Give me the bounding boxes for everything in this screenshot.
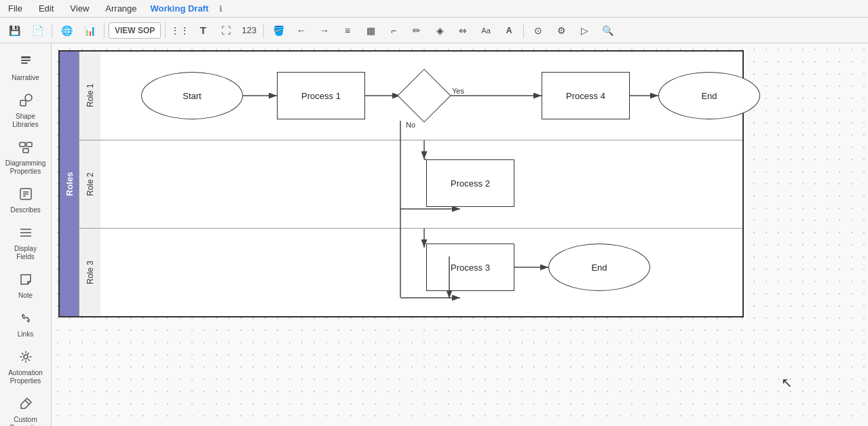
end1-shape[interactable]: End [658,72,760,119]
toolbar-doc-btn[interactable]: 📄 [27,21,48,40]
diagramming-properties-label: Diagramming Properties [5,159,47,176]
menu-file[interactable]: File [5,2,25,15]
end3-shape[interactable]: End [548,244,650,291]
svg-rect-0 [21,56,31,58]
toolbar-corner-btn[interactable]: ⌐ [383,21,404,40]
toolbar-table-btn[interactable]: ▦ [360,21,381,40]
svg-rect-7 [23,149,29,153]
toolbar-arrow-left-btn[interactable]: ← [291,21,312,40]
process3-shape[interactable]: Process 3 [426,244,514,291]
links-label: Links [18,330,33,338]
custom-properties-label: Custom Properties [5,416,47,426]
process1-shape[interactable]: Process 1 [277,72,365,119]
view-sop-button[interactable]: VIEW SOP [109,22,161,39]
sidebar-item-automation-properties[interactable]: Automation Properties [2,344,50,391]
lane-role1-label: Role 1 [79,52,100,140]
svg-rect-3 [20,100,26,106]
diagramming-properties-icon [18,140,33,157]
lane1-content[interactable]: Start Process 1 [100,52,742,140]
toolbar-select-btn[interactable]: ⋮⋮ [170,21,190,40]
toolbar-fill-btn[interactable]: 🪣 [268,21,288,40]
main-area: Narrative Shape Libraries Diagramming Pr… [0,43,868,426]
toolbar-font-btn[interactable]: A [499,21,519,40]
svg-point-4 [25,94,32,101]
menu-edit[interactable]: Edit [36,2,56,15]
diamond-shape[interactable] [400,72,448,119]
toolbar-number: 123 [239,25,259,35]
swimlane-diagram: Roles Role 1 [58,50,744,317]
note-icon [18,272,33,289]
svg-point-15 [24,355,28,359]
svg-rect-2 [21,62,28,64]
menu-view[interactable]: View [67,2,92,15]
roles-label: Roles [60,52,79,316]
toolbar-fill2-btn[interactable]: ◈ [430,21,450,40]
toolbar-pen-btn[interactable]: ✏ [407,21,427,40]
sidebar-item-custom-properties[interactable]: Custom Properties [2,391,50,426]
lanes-col: Role 1 [79,52,742,316]
describes-icon [18,187,33,204]
toolbar-text-btn[interactable]: T [193,21,213,40]
automation-properties-label: Automation Properties [5,369,47,385]
svg-rect-5 [20,142,25,147]
cursor: ↖ [781,374,793,391]
toolbar-connect-btn[interactable]: ⇔ [453,21,473,40]
lane-role2: Role 2 [79,140,742,228]
no-label: No [406,121,415,129]
toolbar-save-btn[interactable]: 💾 [4,21,24,40]
sidebar-item-note[interactable]: Note [2,267,50,305]
toolbar-text-aa-btn[interactable]: Aa [476,21,496,40]
sidebar-item-links[interactable]: Links [2,305,50,344]
lane-role1: Role 1 [79,52,742,140]
note-label: Note [18,292,33,300]
display-fields-icon [18,225,33,242]
narrative-label: Narrative [12,74,39,82]
toolbar-play-btn[interactable]: ▷ [574,21,595,40]
sidebar-item-diagramming-properties[interactable]: Diagramming Properties [2,134,50,181]
lane-role2-label: Role 2 [79,140,100,228]
toolbar-globe-btn[interactable]: 🌐 [56,21,77,40]
custom-properties-icon [18,396,33,413]
toolbar-chart-btn[interactable]: 📊 [79,21,100,40]
diagram-wrapper: Roles Role 1 [58,50,744,317]
svg-rect-6 [26,142,32,147]
toolbar-shape-btn[interactable]: ⛶ [216,21,236,40]
menu-bar: File Edit View Arrange Working Draft ℹ [0,0,868,18]
menu-arrange[interactable]: Arrange [102,2,139,15]
toolbar: 💾 📄 🌐 📊 VIEW SOP ⋮⋮ T ⛶ 123 🪣 ← → ≡ ▦ ⌐ … [0,18,868,43]
links-icon [18,311,33,328]
sidebar: Narrative Shape Libraries Diagramming Pr… [0,43,52,426]
yes-label: Yes [452,87,464,95]
sidebar-item-display-fields[interactable]: Display Fields [2,220,50,267]
toolbar-zoom-btn[interactable]: 🔍 [597,21,618,40]
start-shape[interactable]: Start [141,72,243,119]
shape-libraries-label: Shape Libraries [5,113,47,129]
svg-rect-1 [21,60,31,61]
toolbar-props-btn[interactable]: ⊙ [528,21,548,40]
toolbar-arrow-right-btn[interactable]: → [314,21,335,40]
info-icon: ℹ [219,4,223,14]
lane-role3: Role 3 [79,228,742,316]
toolbar-align-btn[interactable]: ≡ [337,21,358,40]
lane-role3-label: Role 3 [79,229,100,316]
lane3-content[interactable]: Process 3 End [100,229,742,317]
narrative-icon [18,54,33,71]
sidebar-item-describes[interactable]: Describes [2,181,50,220]
sidebar-item-narrative[interactable]: Narrative [2,49,50,88]
display-fields-label: Display Fields [5,245,47,261]
lane2-content[interactable]: Process 2 [100,140,742,229]
shape-libraries-icon [18,93,33,110]
describes-label: Describes [10,206,40,214]
toolbar-settings-btn[interactable]: ⚙ [551,21,571,40]
svg-line-16 [25,400,29,404]
canvas-area[interactable]: Roles Role 1 [52,43,868,426]
process2-shape[interactable]: Process 2 [426,159,514,207]
automation-properties-icon [18,349,33,366]
sidebar-item-shape-libraries[interactable]: Shape Libraries [2,88,50,134]
process4-shape[interactable]: Process 4 [542,72,630,119]
working-draft-label: Working Draft [151,3,209,14]
